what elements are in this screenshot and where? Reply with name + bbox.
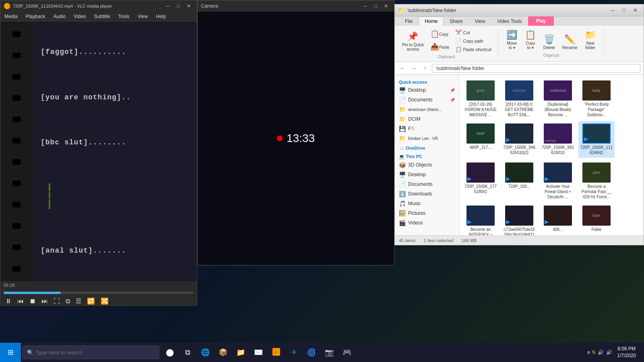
up-button[interactable]: ↑ (421, 64, 429, 73)
sidebar-item-kimber-lee[interactable]: 📁 Kimber Lee - VR (395, 134, 459, 143)
taskbar-app6-icon[interactable]: 🌀 (304, 345, 319, 360)
ribbon-tab-view[interactable]: View (469, 16, 491, 26)
taskbar-edge-icon[interactable]: 🌐 (198, 345, 213, 360)
vlc-loop-button[interactable]: 🔁 (85, 296, 97, 306)
ribbon-delete-button[interactable]: 🗑️ Delete (540, 33, 558, 51)
vlc-menu-playback[interactable]: Playback (23, 13, 48, 20)
camera-minimize-button[interactable]: ─ (360, 2, 370, 10)
ribbon-tab-play[interactable]: Play (528, 16, 554, 26)
taskbar-store-icon[interactable]: 📦 (216, 345, 230, 360)
volume-icon[interactable]: 🔊 (606, 350, 612, 355)
vlc-menu-help[interactable]: Help (153, 13, 168, 20)
file-item[interactable]: fable Fable (578, 203, 615, 235)
file-item[interactable]: ▶ 720P_1500K_946526510(2) (501, 121, 537, 158)
sidebar-onedrive-header[interactable]: ☁️ OneDrive (395, 143, 459, 152)
ribbon-new-folder-button[interactable]: 📁 Newfolder (582, 28, 599, 51)
sidebar-item-desktop-pc[interactable]: 🖥️ Desktop (395, 170, 459, 179)
start-button[interactable]: ⊞ (0, 343, 21, 362)
sidebar-item-f-drive[interactable]: 💾 F:\ (395, 124, 459, 134)
file-item[interactable]: 480P 480P_217... (462, 121, 499, 158)
camera-maximize-button[interactable]: □ (371, 2, 380, 10)
ribbon-tab-file[interactable]: File (399, 16, 419, 26)
sidebar-item-documents[interactable]: 📄 Documents 📌 (395, 95, 459, 105)
sidebar-item-3d-objects[interactable]: 📦 3D Objects (395, 160, 459, 170)
camera-close-button[interactable]: ✕ (381, 2, 391, 10)
taskbar-search-input[interactable] (36, 350, 140, 356)
taskbar-clock[interactable]: 8:06 PM 1/7/2020 (617, 346, 636, 359)
explorer-close-button[interactable]: ✕ (630, 6, 640, 14)
ribbon-rename-button[interactable]: ✏️ Rename (559, 33, 581, 51)
sidebar-item-music[interactable]: 🎵 Music (395, 199, 459, 208)
sidebar-item-desktop[interactable]: 🖥️ Desktop 📌 (395, 85, 459, 95)
file-item[interactable]: grow [2017-02-26] ©GROW A HUGE MASSIVE .… (462, 78, 499, 119)
vlc-playlist-button[interactable]: ☰ (74, 296, 83, 306)
file-item-selected[interactable]: ▶ 720P_1500K_111634642 (578, 121, 615, 158)
forward-button[interactable]: → (409, 64, 418, 73)
file-item[interactable]: ▶ c71be69075de32256c36c019b8719bd1(2) (501, 203, 537, 235)
vlc-shuffle-button[interactable]: 🔀 (99, 296, 110, 306)
back-button[interactable]: ← (398, 64, 407, 73)
ribbon-pin-to-quick-access-button[interactable]: 📌 Pin to Quickaccess (399, 30, 427, 53)
file-item[interactable]: porn Become a Pornstar Fast __ 428 Hz Fo… (578, 160, 615, 201)
vlc-menu-subtitle[interactable]: Subtitle (92, 13, 113, 20)
taskbar-explorer-icon[interactable]: 📁 (233, 345, 248, 360)
status-item-count: 45 items (399, 238, 416, 243)
vlc-stop-button[interactable]: ⏹ (28, 297, 37, 306)
vlc-menu-view[interactable]: View (135, 13, 151, 20)
address-path[interactable]: 'subliminals'New folder (432, 64, 640, 73)
ribbon-tab-home[interactable]: Home (419, 16, 444, 26)
taskbar-tripadvisor-icon[interactable]: ✈ (287, 345, 301, 360)
ribbon-paste-button[interactable]: 📤 Paste (428, 41, 452, 53)
ribbon-tab-video-tools[interactable]: Video Tools (491, 16, 528, 26)
taskbar-show-hidden-icon[interactable]: ∧ (587, 350, 590, 355)
vlc-next-button[interactable]: ⏭ (40, 297, 50, 306)
file-item[interactable]: ▶ 720P_1500K_177518561 (462, 160, 499, 201)
vlc-close-button[interactable]: ✕ (184, 2, 194, 10)
taskbar-cortana-button[interactable]: ⬤ (163, 345, 177, 360)
sidebar-item-downloads[interactable]: ⬇️ Downloads (395, 189, 459, 199)
explorer-maximize-button[interactable]: □ (619, 6, 629, 14)
sidebar-item-pictures[interactable]: 🖼️ Pictures (395, 208, 459, 218)
ribbon-copy-button[interactable]: 📋 Copy (428, 28, 452, 40)
ribbon-tab-share[interactable]: Share (444, 16, 469, 26)
file-item[interactable]: subliminal [Subliminal] (Binural Beats) … (540, 78, 576, 119)
file-item[interactable]: body "Perfect Body Package" Sublimin... (578, 78, 615, 119)
sidebar-item-dcim[interactable]: 📁 DCIM (395, 114, 459, 124)
taskbar-mail-icon[interactable]: ✉️ (251, 345, 266, 360)
vlc-prev-button[interactable]: ⏮ (16, 297, 25, 306)
vlc-minimize-button[interactable]: ─ (163, 2, 173, 10)
vlc-extended-button[interactable]: ⧉ (64, 297, 72, 306)
file-item[interactable]: ▶ Activate Your Pineal Gland + Decalcify… (540, 160, 576, 201)
file-item[interactable]: ▶ Become an INTERSEX ~ youtu.b e✔ FFYOw.… (462, 203, 499, 235)
ribbon-paste-shortcut-button[interactable]: 📋 Paste shortcut (453, 45, 494, 53)
taskbar-app8-icon[interactable]: 🎮 (340, 345, 354, 360)
vlc-fullscreen-button[interactable]: ⛶ (52, 297, 62, 306)
sidebar-item-videos[interactable]: 🎬 Videos (395, 218, 459, 228)
ribbon-move-to-button[interactable]: ➡️ Moveto ▾ (503, 28, 521, 51)
taskbar-task-view-button[interactable]: ⧉ (180, 345, 195, 360)
vlc-menu-audio[interactable]: Audio (51, 13, 68, 20)
explorer-minimize-button[interactable]: ─ (607, 6, 618, 14)
vlc-menu-tools[interactable]: Tools (116, 13, 132, 20)
sidebar-item-documents-pc[interactable]: 📄 Documents (395, 179, 459, 189)
vlc-maximize-button[interactable]: □ (173, 2, 183, 10)
sidebar-item-americavr[interactable]: 📁 americavr-Sheric... (395, 105, 459, 114)
vlc-menu-media[interactable]: Media (2, 13, 20, 20)
ribbon-copy-path-button[interactable]: 📄 Copy path (453, 37, 494, 45)
network-icon[interactable]: 🔊 (598, 350, 604, 355)
vlc-menu-video[interactable]: Video (71, 13, 88, 20)
file-item[interactable]: woman 720P_1500K_992626010 (540, 121, 576, 158)
vlc-play-pause-button[interactable]: ⏸ (4, 297, 13, 306)
file-item[interactable]: ▶ d06... (540, 203, 576, 235)
ribbon-copy-to-button[interactable]: 📋 Copyto ▾ (522, 28, 539, 51)
file-item[interactable]: ▶ 720P_193... (501, 160, 537, 201)
vlc-progress-bar[interactable] (4, 292, 194, 294)
taskbar-search-box[interactable]: 🔍 (23, 346, 159, 359)
file-item[interactable]: extreme [2017-03-08] © GET EXTREME BUTT … (501, 78, 537, 119)
taskbar-camera-icon[interactable]: 📷 (322, 345, 336, 360)
norton-icon[interactable]: N (592, 350, 596, 355)
ribbon-cut-button[interactable]: ✂️ Cut (453, 29, 494, 36)
taskbar-amazon-icon[interactable]: 🅰 (269, 345, 283, 360)
sidebar-quick-access-header[interactable]: Quick access (395, 77, 459, 85)
sidebar-this-pc-header[interactable]: 💻 This PC (395, 152, 459, 160)
